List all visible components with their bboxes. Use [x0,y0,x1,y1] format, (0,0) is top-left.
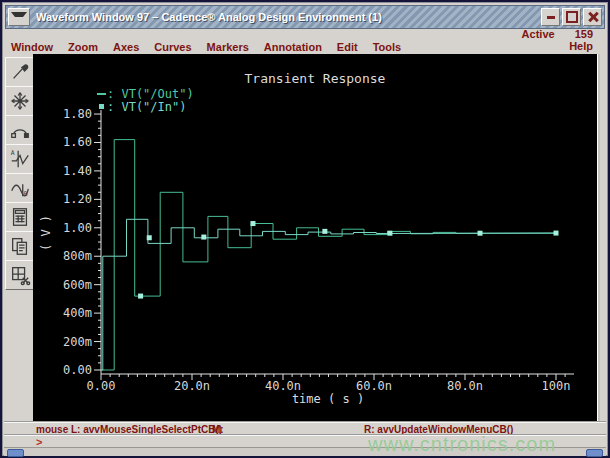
menu-item-curves[interactable]: Curves [154,41,191,53]
close-icon [588,12,598,22]
active-count: 159 [575,28,593,40]
svg-text:B: B [23,190,27,198]
trace-out[interactable] [101,140,556,370]
x-axis-label: time ( s ) [198,392,458,406]
x-tick-label: 0.00 [87,379,116,393]
window-title: Waveform Window 97 – Cadence® Analog Des… [36,11,382,23]
menu-item-zoom[interactable]: Zoom [68,41,98,53]
y-tick-label: 400m [63,306,92,320]
fit-view-button[interactable] [5,86,34,116]
x-tick-label: 40.0n [265,379,301,393]
menu-item-help[interactable]: Help [569,40,593,52]
y-tick-label: 1.80 [63,107,92,121]
menu-item-annotation[interactable]: Annotation [264,41,322,53]
y-axis-label: ( V ) [26,213,66,253]
svg-text:A: A [10,149,14,157]
trace-point-marker[interactable] [554,231,559,236]
x-tick-label: 100n [542,379,571,393]
trace-point-marker[interactable] [322,229,327,234]
trace-point-marker[interactable] [250,221,255,226]
menu-item-window[interactable]: Window [11,41,53,53]
starburst-icon [9,90,31,112]
maximize-button[interactable] [562,8,581,26]
trace-point-marker[interactable] [201,235,206,240]
waveform-window: Waveform Window 97 – Cadence® Analog Des… [0,0,610,458]
y-tick-label: 800m [63,249,92,263]
marker-b-icon: B [9,177,31,199]
y-tick-label: 0.00 [63,363,92,377]
trace-in[interactable] [101,219,556,370]
minimize-icon [547,16,555,19]
chevron-down-icon [11,12,27,22]
plot-title: Transient Response [33,71,597,86]
watermark: www.cntronics.com [368,433,556,456]
menu-item-tools[interactable]: Tools [373,41,402,53]
x-tick-label: 60.0n [356,379,392,393]
crop-button[interactable] [5,260,34,290]
maximize-icon [566,11,578,23]
legend-item-out[interactable]: : VT("/Out") [97,87,194,100]
marker-a-icon: A [9,148,31,170]
y-tick-label: 1.60 [63,135,92,149]
resize-handle-left[interactable] [7,449,24,457]
legend-label-in: : VT("/In") [107,100,186,114]
arc-slider-icon [9,119,31,141]
plot-canvas[interactable]: Transient Response : VT("/Out") : VT("/I… [33,54,597,421]
trace-point-marker[interactable] [138,294,143,299]
menu-item-edit[interactable]: Edit [337,41,358,53]
menu-item-axes[interactable]: Axes [113,41,139,53]
x-tick-label: 80.0n [447,379,483,393]
resize-handle-right[interactable] [586,449,603,457]
y-tick-label: 600m [63,278,92,292]
right-frame-strip[interactable] [597,54,607,421]
pen-tool-button[interactable] [5,57,34,87]
sweep-button[interactable] [5,115,34,145]
menubar: WindowZoomAxesCurvesMarkersAnnotationEdi… [5,40,605,54]
pen-icon [9,61,31,83]
close-button[interactable] [583,8,602,26]
active-row: Active 159 [5,27,605,40]
marker-a-button[interactable]: A [5,144,34,174]
legend-label-out: : VT("/Out") [107,87,194,101]
legend-item-in[interactable]: : VT("/In") [97,100,194,113]
titlebar[interactable]: Waveform Window 97 – Cadence® Analog Des… [5,5,605,29]
y-tick-label: 200m [63,335,92,349]
trace-point-marker[interactable] [478,231,483,236]
minimize-button[interactable] [541,8,560,26]
crop-icon [9,264,31,286]
trace-point-marker[interactable] [387,231,392,236]
menu-item-markers[interactable]: Markers [207,41,249,53]
y-tick-label: 1.40 [63,164,92,178]
window-menu-button[interactable] [8,8,30,26]
y-tick-label: 1.20 [63,192,92,206]
dash-marker-icon [97,93,106,95]
active-label: Active [522,28,555,40]
y-tick-label: 1.00 [63,221,92,235]
legend: : VT("/Out") : VT("/In") [97,87,194,113]
x-tick-label: 20.0n [174,379,210,393]
square-marker-icon [99,104,104,109]
trace-point-marker[interactable] [147,235,152,240]
marker-b-button[interactable]: B [5,173,34,203]
